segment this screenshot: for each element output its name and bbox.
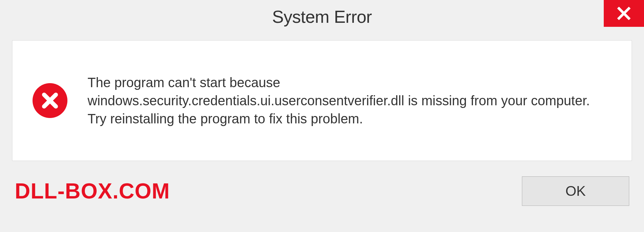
error-icon-wrap xyxy=(33,83,67,118)
titlebar: System Error xyxy=(0,0,644,34)
message-panel: The program can't start because windows.… xyxy=(12,40,632,161)
window-title: System Error xyxy=(272,7,372,27)
watermark-text: DLL-BOX.COM xyxy=(15,179,170,204)
close-button[interactable] xyxy=(604,0,644,27)
close-icon xyxy=(616,6,631,21)
error-circle-x-icon xyxy=(33,83,67,118)
footer: DLL-BOX.COM OK xyxy=(12,161,632,221)
ok-button-label: OK xyxy=(566,183,586,199)
error-message: The program can't start because windows.… xyxy=(88,73,591,128)
ok-button[interactable]: OK xyxy=(522,176,629,206)
